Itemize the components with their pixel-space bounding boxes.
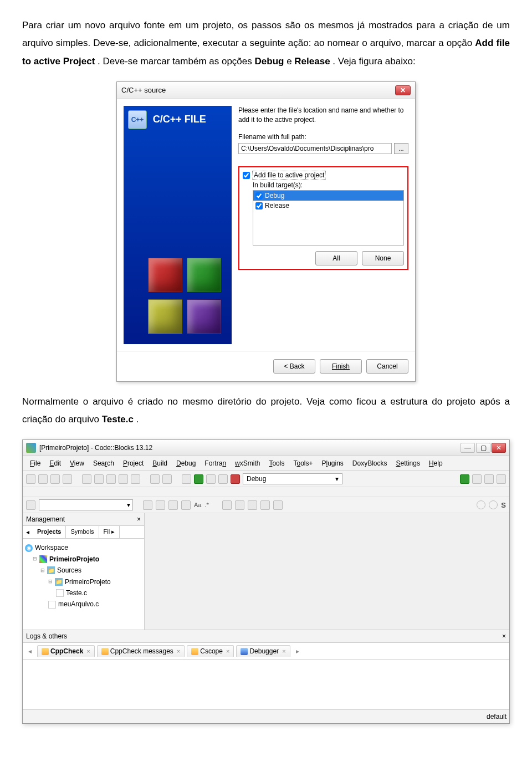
release-checkbox[interactable] bbox=[255, 202, 263, 209]
minimize-icon[interactable]: — bbox=[461, 443, 475, 453]
tabs-left-arrow[interactable]: ◂ bbox=[25, 646, 35, 657]
text: . bbox=[136, 414, 139, 425]
filename-input[interactable] bbox=[238, 143, 392, 154]
finish-button[interactable]: Finish bbox=[320, 359, 362, 374]
menu-wxsmith[interactable]: wxSmith bbox=[231, 458, 264, 469]
cursor-icon[interactable] bbox=[222, 500, 232, 510]
target-debug-row[interactable]: Debug bbox=[253, 191, 403, 201]
none-button[interactable]: None bbox=[362, 251, 404, 265]
run-icon[interactable] bbox=[194, 474, 203, 484]
nav-toolbar: ▾ Aa .* S bbox=[23, 497, 509, 513]
close-icon[interactable]: ✕ bbox=[492, 443, 506, 453]
menu-help[interactable]: Help bbox=[425, 458, 447, 469]
close-tab-icon[interactable]: × bbox=[86, 648, 90, 655]
menu-plugins[interactable]: Plugins bbox=[318, 458, 347, 469]
abort-icon[interactable] bbox=[231, 474, 240, 484]
menu-view[interactable]: View bbox=[66, 458, 88, 469]
close-icon[interactable]: ✕ bbox=[395, 85, 411, 95]
s-icon[interactable]: S bbox=[501, 501, 506, 509]
menu-build[interactable]: Build bbox=[149, 458, 171, 469]
menu-settings[interactable]: Settings bbox=[392, 458, 424, 469]
build-icon[interactable] bbox=[182, 474, 191, 484]
text-icon[interactable] bbox=[273, 500, 283, 510]
file-icon bbox=[56, 589, 64, 597]
combo-value: Debug bbox=[247, 475, 266, 483]
debug-run-icon[interactable] bbox=[460, 474, 469, 484]
undo-icon[interactable] bbox=[82, 474, 91, 484]
cut-icon[interactable] bbox=[106, 474, 116, 484]
tree-workspace[interactable]: ◉ Workspace bbox=[25, 542, 142, 553]
tree-subfolder[interactable]: ⊟ 📁 PrimeiroProjeto bbox=[48, 576, 142, 587]
tab-files[interactable]: Fil ▸ bbox=[99, 526, 120, 538]
new-icon[interactable] bbox=[26, 474, 35, 484]
tab-symbols[interactable]: Symbols bbox=[66, 526, 99, 538]
panel-close-icon[interactable]: × bbox=[502, 632, 506, 640]
step-over-icon[interactable] bbox=[472, 474, 482, 484]
find-icon[interactable] bbox=[150, 474, 160, 484]
project-tree[interactable]: ◉ Workspace ⊟ PrimeiroProjeto ⊟ 📁 Source… bbox=[23, 539, 144, 613]
banner-label: C/C++ FILE bbox=[153, 114, 206, 125]
zoom-in-icon[interactable] bbox=[477, 500, 485, 509]
nav-fwd-icon[interactable] bbox=[156, 500, 165, 510]
maximize-icon[interactable]: ▢ bbox=[476, 443, 490, 453]
panel-close-icon[interactable]: × bbox=[137, 515, 141, 523]
menu-project[interactable]: Project bbox=[119, 458, 147, 469]
folder-icon: 📁 bbox=[47, 566, 55, 574]
tab-cppcheck[interactable]: CppCheck × bbox=[37, 645, 95, 657]
close-doc-icon[interactable] bbox=[26, 500, 35, 510]
all-button[interactable]: All bbox=[315, 251, 357, 265]
tab-cppcheck-msg[interactable]: CppCheck messages × bbox=[97, 645, 185, 657]
menu-toolsplus[interactable]: Tools+ bbox=[289, 458, 316, 469]
menu-file[interactable]: File bbox=[26, 458, 44, 469]
build-run-icon[interactable] bbox=[206, 474, 216, 484]
tree-sources[interactable]: ⊟ 📁 Sources bbox=[40, 565, 142, 576]
menu-debug[interactable]: Debug bbox=[172, 458, 200, 469]
paragraph-1: Para criar um novo arquivo fonte em um p… bbox=[22, 17, 510, 70]
target-release-row[interactable]: Release bbox=[253, 201, 403, 211]
tab-cscope[interactable]: Cscope × bbox=[187, 645, 234, 657]
scope-combo[interactable]: ▾ bbox=[39, 499, 133, 510]
close-tab-icon[interactable]: × bbox=[177, 648, 180, 655]
redo-icon[interactable] bbox=[94, 474, 104, 484]
tree-file-teste[interactable]: Teste.c bbox=[56, 587, 142, 599]
rect-icon[interactable] bbox=[248, 500, 257, 510]
open-icon[interactable] bbox=[38, 474, 48, 484]
cancel-button[interactable]: Cancel bbox=[366, 359, 408, 374]
save-icon[interactable] bbox=[50, 474, 60, 484]
build-targets-list[interactable]: Debug Release bbox=[253, 190, 404, 246]
regex-icon[interactable]: .* bbox=[204, 502, 208, 508]
tree-project[interactable]: ⊟ PrimeiroProjeto bbox=[33, 554, 142, 565]
editor-area bbox=[145, 513, 509, 630]
tab-debugger[interactable]: Debugger × bbox=[236, 645, 290, 657]
copy-icon[interactable] bbox=[119, 474, 128, 484]
rebuild-icon[interactable] bbox=[218, 474, 228, 484]
menu-search[interactable]: Search bbox=[89, 458, 118, 469]
close-tab-icon[interactable]: × bbox=[282, 648, 285, 655]
menu-doxyblocks[interactable]: DoxyBlocks bbox=[349, 458, 391, 469]
menu-tools[interactable]: Tools bbox=[265, 458, 288, 469]
menu-fortran[interactable]: Fortran bbox=[201, 458, 230, 469]
tab-projects[interactable]: Projects bbox=[33, 526, 66, 538]
diag-icon[interactable] bbox=[260, 500, 270, 510]
zoom-out-icon[interactable] bbox=[489, 500, 498, 509]
browse-button[interactable]: ... bbox=[394, 143, 408, 154]
add-file-checkbox[interactable] bbox=[243, 172, 250, 179]
tree-file-meu[interactable]: meuArquivo.c bbox=[48, 599, 142, 610]
tab-left-arrow[interactable]: ◂ bbox=[23, 526, 33, 538]
back-button[interactable]: < Back bbox=[273, 359, 315, 374]
aa-icon[interactable]: Aa bbox=[194, 502, 201, 508]
debug-checkbox[interactable] bbox=[255, 192, 263, 200]
menu-edit[interactable]: Edit bbox=[45, 458, 65, 469]
tabs-right-arrow[interactable]: ▸ bbox=[293, 646, 303, 657]
save-all-icon[interactable] bbox=[63, 474, 72, 484]
step-into-icon[interactable] bbox=[484, 474, 494, 484]
paste-icon[interactable] bbox=[131, 474, 140, 484]
replace-icon[interactable] bbox=[162, 474, 172, 484]
swap-icon[interactable] bbox=[168, 500, 178, 510]
close-tab-icon[interactable]: × bbox=[226, 648, 229, 655]
build-target-combo[interactable]: Debug ▾ bbox=[243, 473, 342, 484]
nav-back-icon[interactable] bbox=[143, 500, 152, 510]
select-icon[interactable] bbox=[235, 500, 244, 510]
step-out-icon[interactable] bbox=[497, 474, 506, 484]
block-icon[interactable] bbox=[181, 500, 191, 510]
